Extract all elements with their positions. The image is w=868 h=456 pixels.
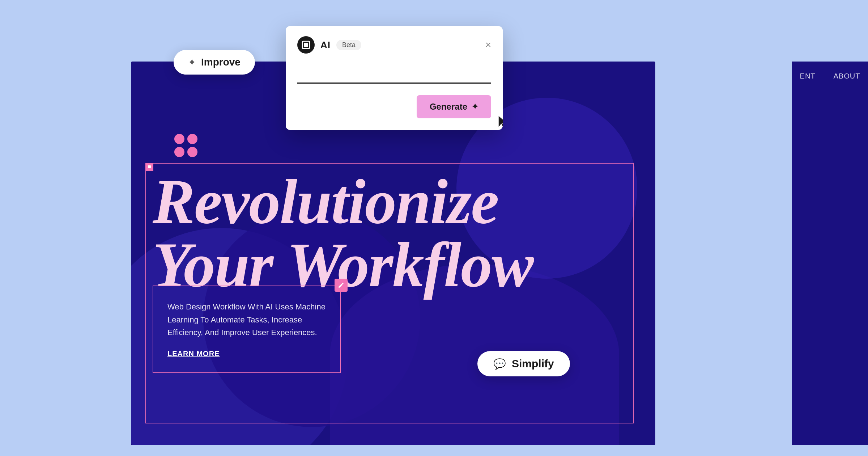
beta-badge: Beta [336, 40, 361, 50]
ai-input-area[interactable] [286, 61, 503, 95]
improve-pill[interactable]: ✦ Improve [174, 50, 255, 75]
cursor-arrow [495, 114, 503, 130]
ai-panel-header: AI Beta × [286, 26, 503, 61]
description-box: Web Design Workflow With AI Uses Machine… [153, 286, 341, 373]
nav-right: ENT ABOUT [792, 62, 868, 90]
close-button[interactable]: × [485, 40, 491, 50]
edit-indicator [335, 279, 348, 292]
generate-label: Generate [430, 102, 467, 112]
headline-container: Revolutionize Your Workflow [153, 170, 533, 297]
learn-more-link[interactable]: LEARN MORE [167, 350, 220, 358]
improve-sparkle-icon: ✦ [188, 57, 196, 68]
improve-pill-label: Improve [201, 56, 241, 68]
flower-icon [174, 134, 197, 157]
generate-sparkle-icon: ✦ [472, 102, 478, 111]
selection-indicator [145, 163, 153, 171]
simplify-chat-icon: 💬 [493, 358, 506, 370]
elementor-logo [297, 36, 315, 54]
ai-title: AI [320, 39, 331, 51]
simplify-pill[interactable]: 💬 Simplify [477, 351, 570, 376]
generate-button[interactable]: Generate ✦ [417, 95, 491, 118]
nav-item-ent[interactable]: ENT [800, 72, 816, 80]
ai-panel: AI Beta × Generate ✦ [286, 26, 503, 130]
ai-text-input[interactable] [297, 64, 491, 84]
svg-rect-1 [304, 43, 308, 47]
description-text: Web Design Workflow With AI Uses Machine… [167, 300, 326, 339]
generate-button-container: Generate ✦ [286, 95, 503, 130]
nav-item-about[interactable]: ABOUT [834, 72, 860, 80]
website-right-extension [792, 62, 868, 445]
simplify-pill-label: Simplify [512, 358, 554, 370]
headline-line1: Revolutionize [153, 170, 533, 233]
